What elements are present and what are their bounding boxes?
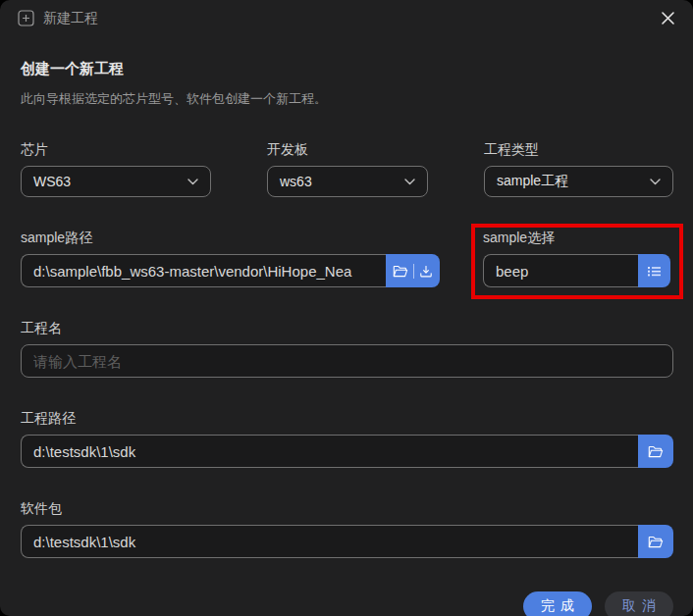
download-sample-button[interactable] <box>414 265 438 278</box>
project-path-input[interactable] <box>21 435 638 468</box>
field-sample-path: sample路径 <box>21 230 440 287</box>
project-name-input[interactable] <box>21 344 673 378</box>
download-icon <box>419 265 433 278</box>
sample-path-input-group <box>21 254 440 287</box>
sample-path-addon <box>386 254 440 287</box>
field-chip: 芯片 WS63 <box>21 141 211 197</box>
folder-open-icon <box>648 445 664 458</box>
sample-select-input[interactable] <box>483 254 638 287</box>
sample-row: sample路径 <box>21 230 673 287</box>
field-software-package: 软件包 <box>21 500 673 558</box>
sample-path-input[interactable] <box>21 254 386 287</box>
chip-selected-value: WS63 <box>33 174 71 189</box>
field-sample-select: sample选择 <box>483 230 670 287</box>
project-name-input-group <box>21 344 673 378</box>
folder-open-icon <box>648 536 664 548</box>
chevron-down-icon <box>404 179 415 185</box>
project-type-select[interactable]: sample工程 <box>484 166 673 197</box>
chevron-down-icon <box>650 179 661 185</box>
project-path-browse-button[interactable] <box>638 435 673 468</box>
chevron-down-icon <box>187 179 198 185</box>
sample-select-input-group <box>483 254 670 287</box>
sample-list-button[interactable] <box>638 254 670 287</box>
page-title: 创建一个新工程 <box>21 60 673 78</box>
project-path-input-group <box>21 435 673 468</box>
software-package-label: 软件包 <box>21 500 673 518</box>
software-package-browse-button[interactable] <box>638 525 673 558</box>
dialog-title: 新建工程 <box>43 10 98 27</box>
dialog-content: 创建一个新工程 此向导根据选定的芯片型号、软件包创建一个新工程。 芯片 WS63… <box>0 60 693 616</box>
list-icon <box>647 265 662 278</box>
close-icon <box>661 14 675 28</box>
browse-folder-button[interactable] <box>388 265 413 278</box>
select-row: 芯片 WS63 开发板 ws63 工程类型 <box>21 141 673 197</box>
field-project-type: 工程类型 sample工程 <box>484 141 673 197</box>
close-button[interactable] <box>659 9 677 27</box>
field-project-name: 工程名 <box>21 320 673 378</box>
cancel-button[interactable]: 取消 <box>605 591 673 616</box>
software-package-input-group <box>21 525 673 558</box>
dialog-description: 此向导根据选定的芯片型号、软件包创建一个新工程。 <box>21 90 673 108</box>
dialog-footer: 完成 取消 <box>21 591 673 616</box>
project-type-selected-value: sample工程 <box>497 173 568 190</box>
board-label: 开发板 <box>267 141 428 159</box>
project-path-label: 工程路径 <box>21 410 673 428</box>
dialog-header: 新建工程 <box>0 0 693 27</box>
board-selected-value: ws63 <box>280 174 312 189</box>
chip-select[interactable]: WS63 <box>21 166 211 197</box>
chip-label: 芯片 <box>21 141 211 159</box>
folder-open-icon <box>393 265 408 278</box>
dialog-title-group: 新建工程 <box>18 10 98 27</box>
board-select[interactable]: ws63 <box>267 166 428 197</box>
software-package-input[interactable] <box>21 525 638 558</box>
project-type-label: 工程类型 <box>484 141 673 159</box>
sample-select-label: sample选择 <box>483 230 670 247</box>
new-project-icon <box>18 10 34 26</box>
field-project-path: 工程路径 <box>21 410 673 468</box>
sample-path-label: sample路径 <box>21 230 440 247</box>
new-project-dialog: 新建工程 创建一个新工程 此向导根据选定的芯片型号、软件包创建一个新工程。 芯片… <box>0 0 693 616</box>
project-name-label: 工程名 <box>21 320 673 337</box>
finish-button[interactable]: 完成 <box>523 591 592 616</box>
field-board: 开发板 ws63 <box>267 141 428 197</box>
